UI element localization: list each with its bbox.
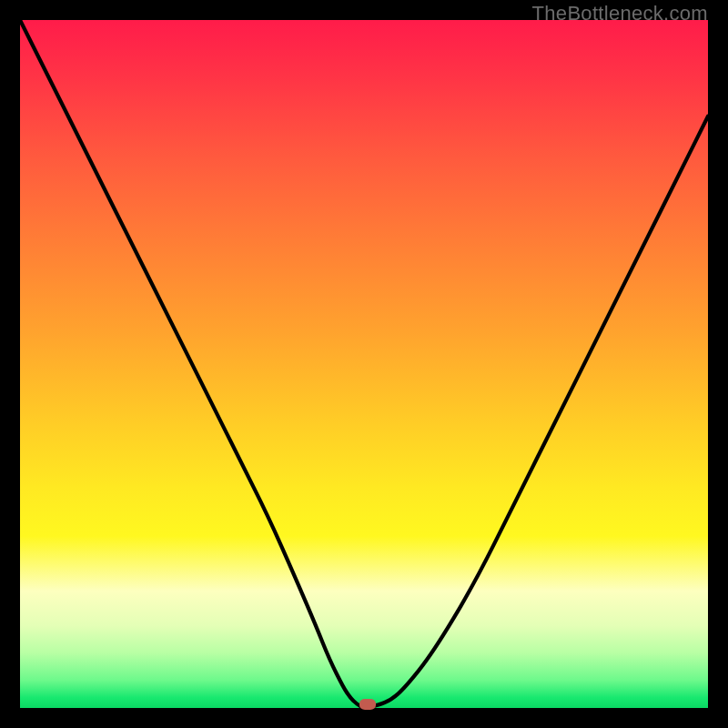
plot-area [20, 20, 708, 708]
v-curve-path [20, 20, 708, 707]
min-marker [359, 699, 376, 710]
chart-frame: TheBottleneck.com [0, 0, 728, 728]
v-curve [20, 20, 708, 708]
watermark-text: TheBottleneck.com [532, 2, 708, 25]
